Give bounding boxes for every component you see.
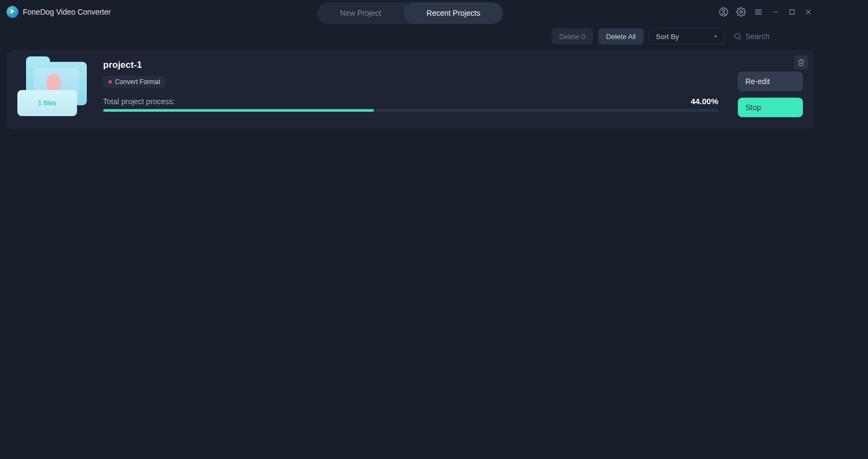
project-tag-label: Convert Format <box>115 78 160 86</box>
project-type-tag: Convert Format <box>103 76 165 88</box>
progress-label: Total project process: <box>103 97 175 106</box>
minimize-icon[interactable] <box>770 7 781 17</box>
project-actions: Re-edit Stop <box>732 60 803 117</box>
project-main: project-1 Convert Format Total project p… <box>103 60 718 117</box>
folder-front-icon: 1 files <box>17 90 77 116</box>
tabs: New Project Recent Projects <box>317 2 503 24</box>
app-brand: FoneDog Video Converter <box>7 6 111 18</box>
svg-point-2 <box>740 11 743 14</box>
delete-project-button[interactable] <box>794 55 808 69</box>
progress-section: Total project process: 44.00% <box>103 93 718 117</box>
project-files-count: 1 files <box>38 99 56 107</box>
stop-button[interactable]: Stop <box>738 98 803 117</box>
project-card: 1 files project-1 Convert Format Total p… <box>7 50 814 129</box>
app-title: FoneDog Video Converter <box>23 8 111 16</box>
menu-icon[interactable] <box>752 5 765 18</box>
settings-icon[interactable] <box>735 5 748 18</box>
app-logo-icon <box>7 6 18 18</box>
titlebar-right <box>717 5 814 18</box>
trash-icon <box>797 59 805 66</box>
close-icon[interactable] <box>803 7 814 17</box>
projects-list: 1 files project-1 Convert Format Total p… <box>0 50 820 129</box>
sort-by-select[interactable]: Sort By <box>649 28 725 44</box>
sort-by-label: Sort By <box>656 33 679 41</box>
search-input[interactable] <box>745 32 810 41</box>
tab-new-project[interactable]: New Project <box>317 2 404 24</box>
project-thumbnail: 1 files <box>17 62 89 116</box>
svg-point-10 <box>735 34 740 39</box>
project-title: project-1 <box>103 60 718 71</box>
account-icon[interactable] <box>717 5 730 18</box>
toolbar: Delete 0 Delete All Sort By <box>0 24 820 50</box>
progress-bar <box>103 109 718 112</box>
tab-recent-projects[interactable]: Recent Projects <box>404 2 503 24</box>
progress-fill <box>103 109 374 112</box>
app-window: FoneDog Video Converter New Project Rece… <box>0 0 820 433</box>
chevron-down-icon <box>712 33 719 40</box>
svg-rect-7 <box>790 10 794 14</box>
status-dot-icon <box>108 80 112 84</box>
maximize-icon[interactable] <box>787 7 797 17</box>
search-box <box>730 28 814 44</box>
search-icon <box>733 32 742 41</box>
reedit-button[interactable]: Re-edit <box>738 72 803 91</box>
svg-point-1 <box>723 10 725 12</box>
svg-line-11 <box>739 38 741 40</box>
delete-n-button[interactable]: Delete 0 <box>552 28 593 44</box>
titlebar: FoneDog Video Converter New Project Rece… <box>0 0 820 24</box>
delete-all-button[interactable]: Delete All <box>598 28 643 44</box>
progress-percent: 44.00% <box>691 97 718 106</box>
